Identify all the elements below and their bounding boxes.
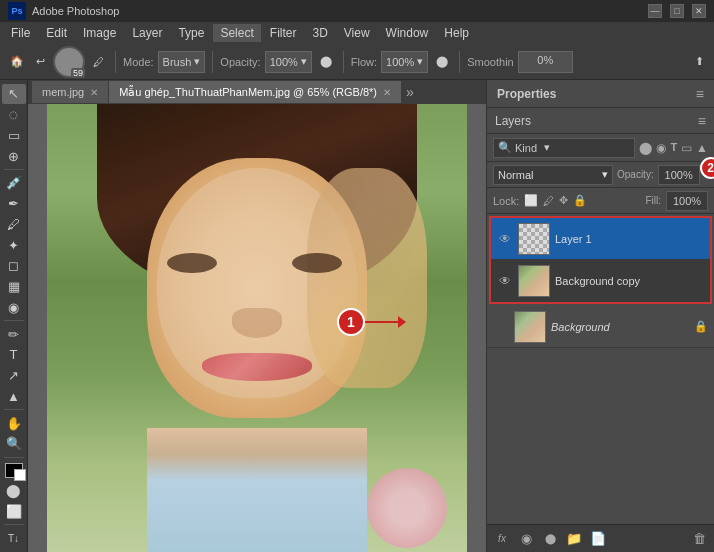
layers-menu-button[interactable]: ≡ xyxy=(698,113,706,129)
layer-adjustment-button[interactable]: ⬤ xyxy=(539,529,561,549)
layer1-visibility[interactable]: 👁 xyxy=(497,231,513,247)
menu-type[interactable]: Type xyxy=(171,24,211,42)
menu-image[interactable]: Image xyxy=(76,24,123,42)
brush-settings-button[interactable]: 🖊 xyxy=(89,54,108,70)
bg-color[interactable] xyxy=(14,469,26,481)
kind-label: Kind xyxy=(515,142,537,154)
left-tool-zoom[interactable]: 🔍 xyxy=(2,434,26,454)
left-tool-brush[interactable]: 🖊 xyxy=(2,215,26,235)
layer-new-button[interactable]: 📄 xyxy=(587,529,609,549)
layer-row-bg[interactable]: 👁 Background 🔒 xyxy=(487,306,714,348)
pressure-button[interactable]: ⬤ xyxy=(316,53,336,70)
tab-mem[interactable]: mem.jpg ✕ xyxy=(32,81,109,103)
upload-button[interactable]: ⬆ xyxy=(691,53,708,70)
smooth-label: Smoothin xyxy=(467,56,513,68)
annotation-2-container: 2 xyxy=(700,157,714,179)
filter-shape-icon[interactable]: ▭ xyxy=(681,141,692,155)
left-tool-blur[interactable]: ◉ xyxy=(2,298,26,318)
left-sep-5 xyxy=(4,524,24,525)
title-bar-title: Adobe Photoshop xyxy=(32,5,119,17)
left-tool-rect[interactable]: ▭ xyxy=(2,126,26,146)
bgcopy-thumb xyxy=(518,265,550,297)
left-tool-clone[interactable]: ✦ xyxy=(2,235,26,255)
layers-header: Layers ≡ xyxy=(487,108,714,134)
menu-help[interactable]: Help xyxy=(437,24,476,42)
properties-menu-button[interactable]: ≡ xyxy=(696,86,704,102)
left-tool-mask[interactable]: ⬤ xyxy=(2,481,26,501)
minimize-button[interactable]: — xyxy=(648,4,662,18)
lock-all-icon[interactable]: 🔒 xyxy=(573,194,587,207)
left-tool-eyedropper[interactable]: 💉 xyxy=(2,173,26,193)
maximize-button[interactable]: □ xyxy=(670,4,684,18)
left-tool-path[interactable]: ↗ xyxy=(2,366,26,386)
menu-window[interactable]: Window xyxy=(379,24,436,42)
left-tool-mode[interactable]: ⬜ xyxy=(2,502,26,522)
bg-name: Background xyxy=(551,321,689,333)
layer-row-bgcopy[interactable]: 👁 Background copy xyxy=(491,260,710,302)
smooth-input[interactable]: 0% xyxy=(518,51,573,73)
left-tool-gradient[interactable]: ▦ xyxy=(2,277,26,297)
home-button[interactable]: 🏠 xyxy=(6,53,28,70)
left-tool-type[interactable]: T xyxy=(2,345,26,365)
filter-row: 🔍 Kind ▾ ⬤ ◉ T ▭ ▲ xyxy=(487,134,714,162)
menu-view[interactable]: View xyxy=(337,24,377,42)
mode-dropdown[interactable]: Brush ▾ xyxy=(158,51,206,73)
filter-smart-icon[interactable]: ▲ xyxy=(696,141,708,155)
annotation-1-badge: 1 xyxy=(337,308,365,336)
fill-value-input[interactable] xyxy=(666,191,708,211)
left-tool-type2[interactable]: T↓ xyxy=(2,528,26,548)
opacity-dropdown[interactable]: 100% ▾ xyxy=(265,51,312,73)
fg-color[interactable] xyxy=(5,463,23,478)
undo-button[interactable]: ↩ xyxy=(32,53,49,70)
bgcopy-visibility[interactable]: 👁 xyxy=(497,273,513,289)
layer1-thumb xyxy=(518,223,550,255)
neck-shirt xyxy=(147,428,367,552)
bgcopy-name: Background copy xyxy=(555,275,704,287)
search-icon: 🔍 xyxy=(498,141,512,154)
left-tool-shape[interactable]: ▲ xyxy=(2,387,26,407)
blend-mode-dropdown[interactable]: Normal ▾ xyxy=(493,165,613,185)
left-tool-pen[interactable]: ✏ xyxy=(2,324,26,344)
lock-transparent-icon[interactable]: ⬜ xyxy=(524,194,538,207)
menu-file[interactable]: File xyxy=(4,24,37,42)
flow-dropdown[interactable]: 100% ▾ xyxy=(381,51,428,73)
left-tool-eraser[interactable]: ◻ xyxy=(2,256,26,276)
left-tool-move[interactable]: ↖ xyxy=(2,84,26,104)
filter-pixel-icon[interactable]: ⬤ xyxy=(639,141,652,155)
tab-arrow[interactable]: » xyxy=(406,84,414,100)
layer-delete-button[interactable]: 🗑 xyxy=(688,529,710,549)
brush-preview[interactable]: 59 xyxy=(53,46,85,78)
menu-edit[interactable]: Edit xyxy=(39,24,74,42)
filter-type-icon[interactable]: T xyxy=(670,141,677,155)
layer-group-button[interactable]: 📁 xyxy=(563,529,585,549)
nose xyxy=(232,308,282,338)
left-tool-hand[interactable]: ✋ xyxy=(2,413,26,433)
layer-row-layer1[interactable]: 👁 Layer 1 xyxy=(491,218,710,260)
menu-select[interactable]: Select xyxy=(213,24,260,42)
layer1-name: Layer 1 xyxy=(555,233,704,245)
lock-image-icon[interactable]: 🖊 xyxy=(543,195,554,207)
lock-position-icon[interactable]: ✥ xyxy=(559,194,568,207)
menu-layer[interactable]: Layer xyxy=(125,24,169,42)
layer-mask-button[interactable]: ◉ xyxy=(515,529,537,549)
kind-dropdown[interactable]: 🔍 Kind ▾ xyxy=(493,138,635,158)
separator-4 xyxy=(459,51,460,73)
filter-icons: ⬤ ◉ T ▭ ▲ xyxy=(639,141,708,155)
filter-adjustment-icon[interactable]: ◉ xyxy=(656,141,666,155)
opacity-value-input[interactable] xyxy=(658,165,700,185)
close-button[interactable]: ✕ xyxy=(692,4,706,18)
airbrush-button[interactable]: ⬤ xyxy=(432,53,452,70)
bg-thumb-content xyxy=(515,312,545,342)
menu-3d[interactable]: 3D xyxy=(305,24,334,42)
layers-section: Layers ≡ 🔍 Kind ▾ ⬤ ◉ T ▭ ▲ xyxy=(487,108,714,552)
left-tool-crop[interactable]: ⊕ xyxy=(2,146,26,166)
menu-filter[interactable]: Filter xyxy=(263,24,304,42)
tab-mem-close[interactable]: ✕ xyxy=(90,87,98,98)
tab-main-close[interactable]: ✕ xyxy=(383,87,391,98)
blend-mode-value: Normal xyxy=(498,169,533,181)
layer-fx-button[interactable]: fx xyxy=(491,529,513,549)
properties-header: Properties ≡ xyxy=(487,80,714,108)
left-tool-lasso[interactable]: ◌ xyxy=(2,105,26,125)
tab-main[interactable]: Mẫu ghép_ThuThuatPhanMem.jpg @ 65% (RGB/… xyxy=(109,81,402,103)
left-tool-heal[interactable]: ✒ xyxy=(2,194,26,214)
